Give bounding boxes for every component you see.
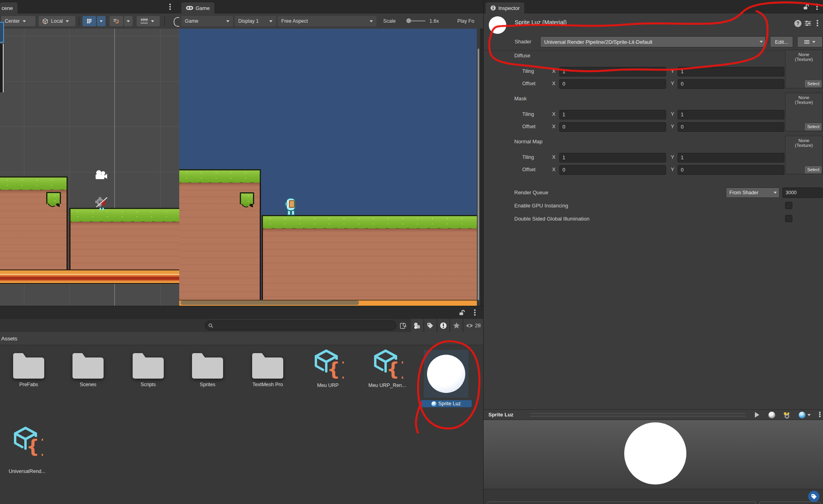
shader-edit-button[interactable]: Edit... — [770, 36, 793, 47]
aspect-dropdown[interactable]: Free Aspect — [278, 16, 376, 26]
tab-game[interactable]: Game — [181, 2, 214, 14]
filter-by-label-button[interactable] — [424, 319, 437, 332]
x-label: X — [552, 124, 555, 129]
asset-item-scripts[interactable]: Scripts — [120, 353, 176, 387]
x-label: X — [552, 167, 555, 172]
scene-menu-icon[interactable] — [169, 4, 171, 5]
grid-snap-toggle[interactable] — [82, 16, 96, 26]
texture-select-button[interactable]: Select — [805, 166, 821, 173]
assetbundle-field[interactable] — [488, 502, 756, 504]
audio-listener-gizmo-icon[interactable] — [94, 196, 110, 212]
preview-color-channels-button[interactable] — [781, 411, 793, 419]
horizontal-scrollbar-handle[interactable] — [180, 301, 359, 305]
tiling-x-field[interactable]: 1 — [559, 110, 666, 119]
asset-item-universal-renderer[interactable]: {} UniversalRend... — [0, 426, 55, 474]
tag-icon — [811, 494, 817, 500]
scale-slider[interactable] — [407, 20, 425, 21]
scene-tabbar: cene — [0, 0, 179, 14]
offset-x-field[interactable]: 0 — [559, 165, 666, 175]
folder-icon — [73, 353, 104, 379]
assets-header[interactable]: Assets — [0, 332, 483, 345]
hidden-packages-button[interactable] — [437, 319, 450, 332]
asset-item-scenes[interactable]: Scenes — [60, 353, 116, 387]
vertical-scrollbar-handle[interactable] — [478, 49, 479, 300]
presets-icon[interactable] — [805, 20, 811, 26]
game-platform-grass — [179, 169, 261, 183]
scale-slider-knob[interactable] — [406, 18, 411, 23]
type-shapes-icon — [413, 322, 421, 329]
render-queue-value-field[interactable]: 3000 — [782, 188, 823, 198]
offset-y-field[interactable]: 0 — [678, 122, 784, 132]
preview-play-button[interactable] — [751, 411, 762, 419]
camera-gizmo-icon[interactable] — [94, 170, 108, 180]
asset-item-meu-urp-renderer[interactable]: {} Meu URP_Ren... — [359, 348, 415, 388]
search-icon — [208, 323, 213, 328]
help-button[interactable]: ? — [794, 20, 801, 27]
display-source-dropdown[interactable]: Game — [181, 16, 233, 26]
preview-lighting-dropdown[interactable] — [796, 411, 813, 419]
preview-area[interactable] — [484, 420, 823, 489]
vertical-scrollbar-track[interactable] — [477, 29, 480, 306]
tool-settings-button[interactable] — [137, 16, 160, 26]
gpu-instancing-checkbox[interactable] — [785, 202, 792, 209]
color-dots-icon — [783, 412, 790, 418]
tab-inspector[interactable]: Inspector — [486, 2, 524, 14]
texture-slot[interactable]: None (Texture) Select — [785, 50, 823, 88]
snap-increment-dropdown[interactable] — [124, 16, 133, 26]
offset-y-field[interactable]: 0 — [678, 165, 784, 175]
double-sided-gi-checkbox[interactable] — [785, 215, 792, 222]
asset-item-sprite-luz[interactable]: Sprite Luz — [418, 350, 474, 407]
tab-scene[interactable]: cene — [0, 2, 18, 14]
offset-x-field[interactable]: 0 — [559, 122, 666, 132]
tiling-x-field[interactable]: 1 — [559, 153, 666, 162]
favorites-button[interactable] — [450, 319, 462, 332]
tiling-y-field[interactable]: 1 — [678, 67, 784, 76]
search-in-window-button[interactable] — [398, 320, 409, 330]
game-viewport[interactable] — [179, 29, 477, 306]
play-focused-dropdown[interactable]: Play Fo — [457, 18, 474, 24]
material-menu-icon[interactable] — [817, 20, 818, 21]
preview-drag-handle[interactable] — [530, 413, 745, 416]
texture-slot[interactable]: None (Texture) Select — [785, 93, 823, 131]
assetbundle-badge[interactable] — [808, 491, 819, 502]
grass-block — [46, 192, 61, 204]
filter-by-type-button[interactable] — [411, 319, 423, 332]
asset-item-textmesh-pro[interactable]: TextMesh Pro — [240, 353, 296, 387]
preview-menu-icon[interactable] — [819, 412, 821, 413]
scene-viewport[interactable] — [0, 29, 179, 306]
tiling-x-field[interactable]: 1 — [559, 67, 666, 76]
lock-icon[interactable] — [803, 4, 809, 10]
texture-select-button[interactable]: Select — [805, 123, 821, 130]
visible-count-button[interactable]: 28 — [463, 319, 483, 332]
offset-x-field[interactable]: 0 — [559, 79, 666, 89]
display-dropdown[interactable]: Display 1 — [235, 16, 276, 26]
tiling-y-field[interactable]: 1 — [678, 153, 784, 162]
tiling-y-field[interactable]: 1 — [678, 110, 784, 119]
info-icon — [490, 5, 496, 11]
texture-section-normal-map: Normal Map Tiling X 1 Y 1 Offset X 0 Y 0… — [484, 137, 823, 178]
material-preview-sphere[interactable] — [489, 16, 506, 34]
offset-y-field[interactable]: 0 — [678, 79, 784, 89]
shader-properties-button[interactable] — [797, 36, 823, 47]
search-input[interactable] — [216, 322, 393, 329]
inspector-menu-icon[interactable] — [816, 4, 818, 5]
assetbundle-variant-field[interactable] — [759, 502, 821, 504]
search-field[interactable] — [205, 320, 396, 330]
asset-item-meu-urp[interactable]: {} Meu URP — [300, 348, 356, 388]
preview-header[interactable]: Sprite Luz — [484, 409, 823, 420]
orientation-local-dropdown[interactable]: Local — [39, 16, 75, 26]
render-queue-dropdown[interactable]: From Shader — [726, 188, 780, 198]
texture-select-button[interactable]: Select — [805, 80, 821, 87]
grid-snap-dropdown[interactable] — [97, 16, 106, 26]
asset-item-sprites[interactable]: Sprites — [180, 353, 235, 387]
preview-shaded-button[interactable] — [766, 411, 778, 419]
lock-icon[interactable] — [459, 309, 465, 316]
texture-slot[interactable]: None (Texture) Select — [785, 136, 823, 174]
inspector-tab-label: Inspector — [498, 5, 519, 11]
project-menu-icon[interactable] — [474, 309, 476, 311]
asset-item-prefabs[interactable]: PreFabs — [1, 353, 57, 387]
shader-dropdown[interactable]: Universal Render Pipeline/2D/Sprite-Lit-… — [540, 36, 766, 47]
assets-header-label: Assets — [0, 336, 18, 342]
pivot-center-dropdown[interactable]: Center — [1, 16, 35, 26]
snap-increment-button[interactable] — [110, 16, 123, 26]
